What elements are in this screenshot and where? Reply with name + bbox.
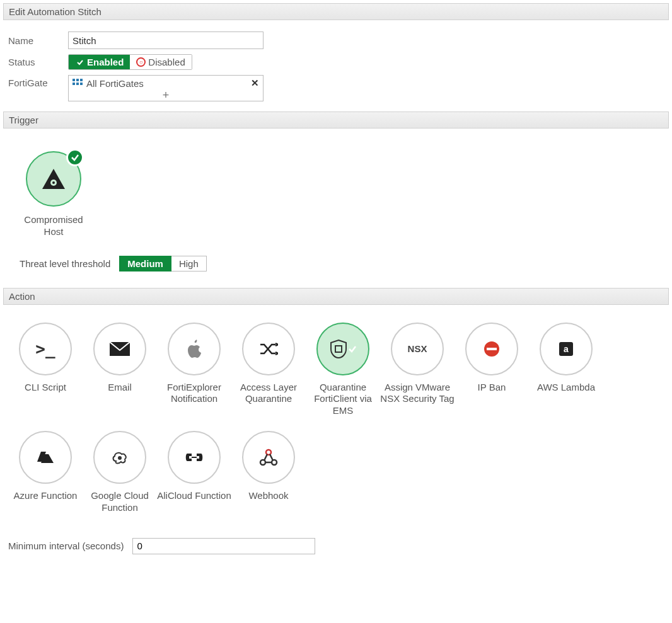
- selected-check-icon: [66, 149, 84, 166]
- svg-rect-2: [80, 79, 83, 81]
- action-label: Access Layer Quarantine: [231, 382, 306, 406]
- terminal-icon: >_: [35, 340, 55, 358]
- no-entry-icon: [483, 340, 501, 358]
- page-title: Edit Automation Stitch: [9, 6, 101, 17]
- status-toggle: Enabled ○ Disabled: [68, 54, 192, 70]
- trigger-circle[interactable]: [26, 151, 81, 207]
- threshold-high-button[interactable]: High: [171, 256, 207, 271]
- min-interval-label: Minimum interval (seconds): [8, 540, 124, 551]
- action-label: FortiExplorer Notification: [157, 382, 231, 406]
- action-label: Assign VMware NSX Security Tag: [380, 382, 455, 406]
- svg-rect-1: [76, 79, 79, 81]
- threshold-medium-button[interactable]: Medium: [119, 256, 171, 271]
- status-disabled-label: Disabled: [148, 57, 185, 67]
- status-enabled-button[interactable]: Enabled: [69, 55, 130, 69]
- svg-rect-9: [335, 346, 342, 352]
- apple-icon: [186, 340, 202, 358]
- action-label: AliCloud Function: [157, 490, 231, 514]
- fortigate-selector[interactable]: All FortiGates ✕ +: [68, 75, 264, 101]
- aws-icon: a: [558, 341, 574, 357]
- action-circle[interactable]: [168, 431, 221, 484]
- nsx-icon: NSX: [408, 343, 427, 354]
- status-label: Status: [8, 57, 68, 67]
- fortigate-icon: [72, 79, 83, 88]
- form-area: Name Status Enabled ○ Disabled FortiGate: [3, 20, 669, 111]
- trigger-section-header: Trigger: [3, 111, 669, 129]
- fortigate-value: All FortiGates: [86, 78, 144, 89]
- azure-icon: [37, 450, 54, 464]
- action-circle[interactable]: [93, 431, 146, 484]
- action-label: Google Cloud Function: [83, 490, 157, 514]
- action-item-vmware-nsx[interactable]: NSX Assign VMware NSX Security Tag: [380, 323, 455, 417]
- min-interval-input[interactable]: [132, 538, 315, 554]
- action-item-cli-script[interactable]: >_ CLI Script: [8, 323, 83, 417]
- envelope-icon: [110, 342, 130, 356]
- action-item-azure-func[interactable]: Azure Function: [8, 431, 83, 514]
- action-circle[interactable]: [465, 323, 518, 375]
- action-item-aws-lambda[interactable]: a AWS Lambda: [529, 323, 603, 417]
- page-title-bar: Edit Automation Stitch: [3, 3, 669, 20]
- action-item-gcp-func[interactable]: Google Cloud Function: [83, 431, 157, 514]
- action-label: Email: [108, 382, 132, 406]
- action-label: Azure Function: [14, 490, 78, 514]
- status-enabled-label: Enabled: [87, 57, 124, 67]
- selected-check-icon: [348, 345, 357, 353]
- action-item-fortiexplorer[interactable]: FortiExplorer Notification: [157, 323, 231, 417]
- action-circle[interactable]: [168, 323, 221, 375]
- biohazard-triangle-icon: [41, 168, 66, 190]
- status-disabled-button[interactable]: ○ Disabled: [130, 55, 191, 69]
- svg-rect-11: [487, 348, 497, 350]
- threshold-label: Threat level threshold: [20, 258, 110, 269]
- name-input[interactable]: [68, 31, 264, 49]
- action-area: >_ CLI Script Email FortiExplorer Notifi…: [3, 305, 669, 534]
- svg-rect-4: [76, 83, 79, 85]
- action-label: AWS Lambda: [537, 382, 595, 406]
- fortigate-add-button[interactable]: +: [69, 91, 263, 101]
- svg-rect-0: [72, 79, 75, 81]
- action-circle[interactable]: >_: [19, 323, 72, 375]
- action-label: IP Ban: [478, 382, 506, 406]
- action-label: Webhook: [248, 490, 288, 514]
- trigger-item-compromised-host[interactable]: Compromised Host: [16, 151, 91, 238]
- svg-rect-3: [72, 83, 75, 85]
- alicloud-icon: [185, 451, 204, 464]
- action-circle[interactable]: [242, 431, 295, 484]
- action-section-header: Action: [3, 288, 669, 305]
- action-circle[interactable]: [316, 323, 369, 375]
- google-cloud-icon: [111, 450, 129, 465]
- svg-point-14: [118, 456, 122, 460]
- action-item-access-layer[interactable]: Access Layer Quarantine: [231, 323, 306, 417]
- action-circle[interactable]: NSX: [391, 323, 444, 375]
- disabled-circle-icon: ○: [136, 57, 146, 67]
- svg-point-7: [52, 181, 55, 184]
- action-circle[interactable]: [19, 431, 72, 484]
- action-circle[interactable]: [242, 323, 295, 375]
- trigger-area: Compromised Host Threat level threshold …: [3, 129, 669, 288]
- action-circle[interactable]: a: [540, 323, 593, 375]
- shuffle-icon: [259, 342, 278, 356]
- action-item-webhook[interactable]: Webhook: [231, 431, 306, 514]
- shield-quarantine-icon: [329, 339, 348, 359]
- action-label: CLI Script: [25, 382, 66, 406]
- fortigate-label: FortiGate: [8, 75, 68, 88]
- fortigate-remove-button[interactable]: ✕: [251, 77, 259, 89]
- action-item-alicloud-func[interactable]: AliCloud Function: [157, 431, 231, 514]
- threshold-toggle: Medium High: [119, 256, 207, 271]
- svg-rect-5: [80, 83, 83, 85]
- action-section-title: Action: [9, 291, 35, 302]
- name-label: Name: [8, 35, 68, 46]
- svg-text:a: a: [564, 344, 569, 354]
- action-item-ip-ban[interactable]: IP Ban: [455, 323, 529, 417]
- check-circle-icon: [75, 57, 84, 67]
- action-item-quarantine-ems[interactable]: Quarantine FortiClient via EMS: [306, 323, 380, 417]
- trigger-item-label: Compromised Host: [16, 214, 91, 238]
- trigger-section-title: Trigger: [9, 115, 38, 125]
- action-item-email[interactable]: Email: [83, 323, 157, 417]
- action-label: Quarantine FortiClient via EMS: [306, 382, 380, 417]
- webhook-icon: [259, 449, 278, 466]
- action-circle[interactable]: [93, 323, 146, 375]
